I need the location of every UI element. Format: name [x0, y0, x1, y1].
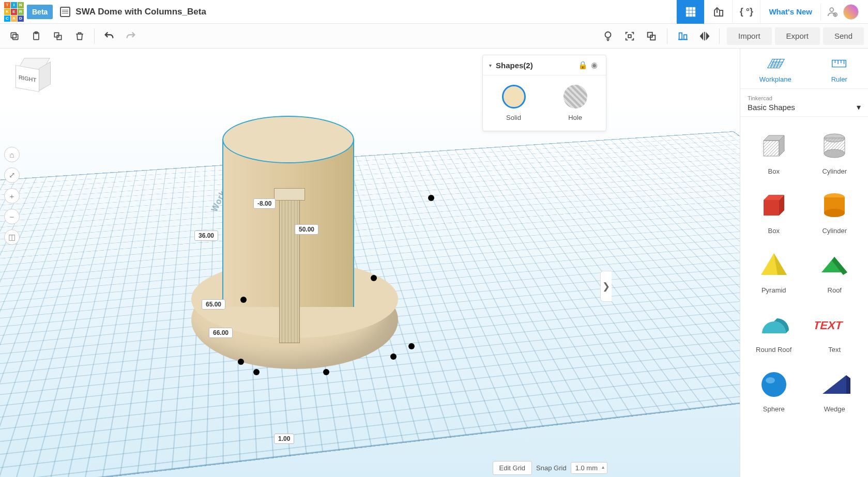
snap-grid-label: Snap Grid	[536, 464, 567, 472]
workplane-tool[interactable]: Workplane	[759, 55, 791, 83]
home-view-button[interactable]: ⌂	[4, 147, 20, 162]
chevron-down-icon: ▾	[857, 102, 861, 112]
dimension-label[interactable]: 66.00	[209, 328, 233, 338]
dimension-label[interactable]: 36.00	[194, 230, 218, 241]
model-column-capital	[274, 188, 305, 201]
selection-handle[interactable]	[323, 369, 329, 375]
paste-button[interactable]	[26, 26, 47, 47]
shape-wedge[interactable]: Wedge	[804, 361, 865, 417]
panel-collapse-button[interactable]: ❯	[600, 271, 612, 302]
account-icon[interactable]	[820, 3, 838, 21]
svg-rect-7	[689, 13, 692, 16]
send-to-button[interactable]: Send	[823, 27, 864, 45]
svg-rect-21	[679, 33, 682, 39]
inspector-collapse-icon[interactable]: ▾	[489, 63, 492, 68]
import-button[interactable]: Import	[727, 27, 772, 45]
dimension-label[interactable]: 50.00	[295, 224, 318, 235]
shape-cylinder-hole[interactable]: Cylinder	[804, 123, 865, 179]
grid-controls: Edit Grid Snap Grid 1.0 mm	[493, 461, 607, 475]
shape-sphere[interactable]: Sphere	[743, 361, 804, 417]
shape-pyramid[interactable]: Pyramid	[743, 242, 804, 298]
model-column[interactable]	[279, 198, 300, 343]
category-name: Basic Shapes	[748, 103, 795, 112]
code-mode-button[interactable]: { °}	[732, 0, 760, 24]
shape-label: Box	[768, 167, 780, 175]
svg-rect-11	[13, 34, 18, 39]
view-cube-face[interactable]: RIGHT	[16, 65, 39, 92]
mirror-button[interactable]	[694, 26, 715, 47]
ruler-tool-label: Ruler	[831, 75, 847, 83]
dimension-label[interactable]: -8.00	[253, 198, 276, 209]
notes-visibility-button[interactable]	[598, 26, 618, 47]
svg-rect-6	[686, 13, 689, 16]
selection-handle[interactable]	[240, 297, 247, 303]
model-main-cylinder-top	[222, 116, 354, 163]
edit-grid-button[interactable]: Edit Grid	[493, 461, 532, 475]
svg-rect-22	[684, 35, 687, 39]
document-title[interactable]: SWA Dome with Columns_Beta	[75, 7, 206, 17]
shape-category-select[interactable]: Tinkercad Basic Shapes ▾	[740, 89, 868, 117]
blocks-mode-button[interactable]	[704, 0, 732, 24]
view-cube[interactable]: RIGHT	[16, 58, 52, 94]
show-all-button[interactable]	[619, 26, 640, 47]
zoom-in-button[interactable]: +	[4, 188, 20, 204]
3d-canvas[interactable]: Workplane -8.00 50.00 36.00 65.00 66.00 …	[0, 49, 740, 477]
zoom-out-button[interactable]: −	[4, 209, 20, 224]
workplane-tool-label: Workplane	[759, 75, 791, 83]
document-icon[interactable]	[60, 7, 70, 17]
svg-point-41	[766, 377, 775, 383]
shape-box-hole[interactable]: Box	[743, 123, 804, 179]
redo-button[interactable]	[120, 26, 141, 47]
shape-box[interactable]: Box	[743, 182, 804, 239]
shape-text[interactable]: TEXT Text	[804, 301, 865, 358]
ortho-view-button[interactable]: ◫	[4, 229, 20, 245]
category-brand: Tinkercad	[748, 95, 772, 101]
duplicate-button[interactable]	[48, 26, 68, 47]
dimension-label[interactable]: 1.00	[274, 434, 294, 444]
hole-option[interactable]: Hole	[564, 85, 587, 121]
group-button[interactable]	[641, 26, 662, 47]
view-controls: ⌂ ⤢ + − ◫	[4, 147, 20, 245]
selection-handle[interactable]	[371, 275, 377, 281]
lock-icon[interactable]: 🔒	[577, 60, 588, 70]
main-area: Workplane -8.00 50.00 36.00 65.00 66.00 …	[0, 49, 868, 477]
snap-grid-select[interactable]: 1.0 mm	[571, 462, 607, 474]
inspector-title: Shapes(2)	[496, 61, 577, 70]
shape-label: Wedge	[824, 405, 845, 413]
shape-round-roof[interactable]: Round Roof	[743, 301, 804, 358]
fit-view-button[interactable]: ⤢	[4, 167, 20, 183]
lightbulb-icon[interactable]: ◉	[588, 60, 600, 70]
ruler-tool[interactable]: Ruler	[829, 55, 849, 83]
svg-rect-0	[686, 7, 689, 10]
shape-label: Text	[828, 346, 841, 353]
undo-button[interactable]	[99, 26, 119, 47]
delete-button[interactable]	[69, 26, 90, 47]
selection-handle[interactable]	[253, 369, 260, 375]
export-button[interactable]: Export	[775, 27, 820, 45]
copy-button[interactable]	[4, 26, 25, 47]
shape-label: Box	[768, 227, 780, 235]
shape-label: Pyramid	[762, 286, 786, 294]
align-button[interactable]	[673, 26, 693, 47]
shape-label: Round Roof	[756, 346, 791, 353]
svg-rect-5	[693, 10, 696, 13]
whats-new-link[interactable]: What's New	[760, 0, 820, 24]
dimension-label[interactable]: 65.00	[202, 299, 225, 310]
svg-rect-12	[11, 33, 16, 38]
svg-marker-25	[764, 141, 779, 156]
selection-handle[interactable]	[408, 343, 415, 349]
solid-option[interactable]: Solid	[502, 85, 526, 121]
beta-badge: Beta	[27, 5, 53, 19]
selection-handle[interactable]	[390, 353, 397, 360]
shape-inspector: ▾ Shapes(2) 🔒 ◉ Solid Hole	[482, 55, 606, 131]
user-avatar[interactable]	[843, 4, 859, 20]
tinkercad-logo[interactable]: TIN KER CAD	[4, 2, 24, 22]
svg-point-29	[824, 149, 845, 158]
selection-handle[interactable]	[238, 359, 244, 365]
shape-cylinder[interactable]: Cylinder	[804, 182, 865, 239]
svg-marker-42	[823, 375, 846, 394]
design-mode-button[interactable]	[676, 0, 704, 24]
shape-roof[interactable]: Roof	[804, 242, 865, 298]
selection-handle[interactable]	[428, 195, 434, 201]
svg-rect-4	[689, 10, 692, 13]
